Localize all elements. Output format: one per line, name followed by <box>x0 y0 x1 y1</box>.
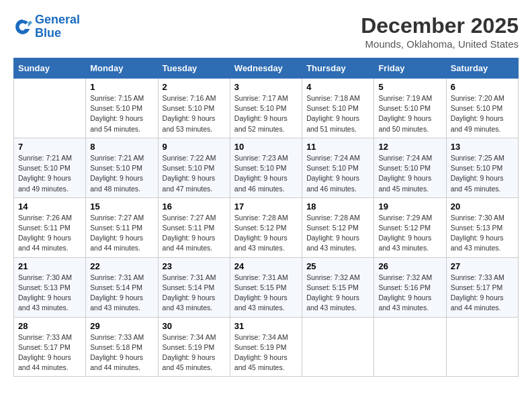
day-info: Sunrise: 7:20 AM Sunset: 5:10 PM Dayligh… <box>451 93 514 134</box>
day-number: 16 <box>163 201 226 212</box>
day-number: 23 <box>163 261 226 271</box>
day-info: Sunrise: 7:30 AM Sunset: 5:13 PM Dayligh… <box>451 213 514 254</box>
day-info: Sunrise: 7:22 AM Sunset: 5:10 PM Dayligh… <box>163 153 226 194</box>
calendar-cell: 16Sunrise: 7:27 AM Sunset: 5:11 PM Dayli… <box>158 197 230 257</box>
day-info: Sunrise: 7:27 AM Sunset: 5:11 PM Dayligh… <box>90 213 153 254</box>
day-info: Sunrise: 7:34 AM Sunset: 5:19 PM Dayligh… <box>163 332 226 373</box>
calendar-cell: 13Sunrise: 7:25 AM Sunset: 5:10 PM Dayli… <box>446 138 518 197</box>
day-number: 29 <box>90 321 153 331</box>
day-number: 25 <box>306 261 369 271</box>
day-number: 27 <box>451 261 514 271</box>
day-number: 28 <box>18 321 81 331</box>
calendar-cell: 26Sunrise: 7:32 AM Sunset: 5:16 PM Dayli… <box>374 257 446 317</box>
day-number: 30 <box>163 321 226 331</box>
day-number: 9 <box>163 142 226 152</box>
calendar-table: SundayMondayTuesdayWednesdayThursdayFrid… <box>13 58 519 377</box>
day-number: 18 <box>306 201 369 212</box>
day-number: 4 <box>306 82 369 92</box>
calendar-body: 1Sunrise: 7:15 AM Sunset: 5:10 PM Daylig… <box>14 79 519 377</box>
header-day-thursday: Thursday <box>302 58 374 79</box>
week-row-4: 21Sunrise: 7:30 AM Sunset: 5:13 PM Dayli… <box>14 257 519 317</box>
calendar-cell: 27Sunrise: 7:33 AM Sunset: 5:17 PM Dayli… <box>446 257 518 317</box>
calendar-cell: 3Sunrise: 7:17 AM Sunset: 5:10 PM Daylig… <box>230 79 302 138</box>
day-number: 8 <box>90 142 153 152</box>
day-number: 11 <box>306 142 369 152</box>
logo: General Blue <box>13 13 80 40</box>
day-info: Sunrise: 7:25 AM Sunset: 5:10 PM Dayligh… <box>451 153 514 194</box>
day-number: 24 <box>234 261 298 271</box>
logo-icon <box>13 17 32 36</box>
calendar-cell: 24Sunrise: 7:31 AM Sunset: 5:15 PM Dayli… <box>230 257 302 317</box>
day-number: 10 <box>234 142 298 152</box>
day-number: 26 <box>378 261 441 271</box>
calendar-cell: 19Sunrise: 7:29 AM Sunset: 5:12 PM Dayli… <box>374 197 446 257</box>
day-info: Sunrise: 7:28 AM Sunset: 5:12 PM Dayligh… <box>234 213 298 254</box>
header-day-monday: Monday <box>86 58 158 79</box>
day-info: Sunrise: 7:26 AM Sunset: 5:11 PM Dayligh… <box>18 213 81 254</box>
calendar-cell: 12Sunrise: 7:24 AM Sunset: 5:10 PM Dayli… <box>374 138 446 197</box>
header-day-sunday: Sunday <box>14 58 86 79</box>
day-number: 1 <box>90 82 153 92</box>
header-day-saturday: Saturday <box>446 58 518 79</box>
calendar-cell: 18Sunrise: 7:28 AM Sunset: 5:12 PM Dayli… <box>302 197 374 257</box>
calendar-cell: 7Sunrise: 7:21 AM Sunset: 5:10 PM Daylig… <box>14 138 86 197</box>
calendar-cell <box>302 317 374 377</box>
week-row-2: 7Sunrise: 7:21 AM Sunset: 5:10 PM Daylig… <box>14 138 519 197</box>
day-number: 2 <box>163 82 226 92</box>
day-info: Sunrise: 7:24 AM Sunset: 5:10 PM Dayligh… <box>378 153 441 194</box>
day-number: 12 <box>378 142 441 152</box>
title-block: December 2025 Mounds, Oklahoma, United S… <box>361 13 519 50</box>
day-number: 15 <box>90 201 153 212</box>
day-number: 17 <box>234 201 298 212</box>
calendar-cell: 8Sunrise: 7:21 AM Sunset: 5:10 PM Daylig… <box>86 138 158 197</box>
page-header: General Blue December 2025 Mounds, Oklah… <box>13 13 519 50</box>
calendar-cell: 21Sunrise: 7:30 AM Sunset: 5:13 PM Dayli… <box>14 257 86 317</box>
calendar-cell: 17Sunrise: 7:28 AM Sunset: 5:12 PM Dayli… <box>230 197 302 257</box>
calendar-cell: 11Sunrise: 7:24 AM Sunset: 5:10 PM Dayli… <box>302 138 374 197</box>
day-info: Sunrise: 7:24 AM Sunset: 5:10 PM Dayligh… <box>306 153 369 194</box>
day-info: Sunrise: 7:31 AM Sunset: 5:14 PM Dayligh… <box>90 273 153 314</box>
day-info: Sunrise: 7:32 AM Sunset: 5:16 PM Dayligh… <box>378 273 441 314</box>
day-number: 3 <box>234 82 298 92</box>
calendar-cell <box>14 79 86 138</box>
day-info: Sunrise: 7:34 AM Sunset: 5:19 PM Dayligh… <box>234 332 298 373</box>
logo-line1: General <box>35 13 80 26</box>
day-info: Sunrise: 7:28 AM Sunset: 5:12 PM Dayligh… <box>306 213 369 254</box>
day-info: Sunrise: 7:15 AM Sunset: 5:10 PM Dayligh… <box>90 93 153 134</box>
day-info: Sunrise: 7:31 AM Sunset: 5:14 PM Dayligh… <box>163 273 226 314</box>
day-info: Sunrise: 7:16 AM Sunset: 5:10 PM Dayligh… <box>163 93 226 134</box>
calendar-cell: 2Sunrise: 7:16 AM Sunset: 5:10 PM Daylig… <box>158 79 230 138</box>
header-day-tuesday: Tuesday <box>158 58 230 79</box>
day-number: 13 <box>451 142 514 152</box>
day-info: Sunrise: 7:27 AM Sunset: 5:11 PM Dayligh… <box>163 213 226 254</box>
calendar-title: December 2025 <box>361 13 519 38</box>
day-number: 31 <box>234 321 298 331</box>
day-info: Sunrise: 7:17 AM Sunset: 5:10 PM Dayligh… <box>234 93 298 134</box>
calendar-cell: 1Sunrise: 7:15 AM Sunset: 5:10 PM Daylig… <box>86 79 158 138</box>
calendar-cell: 4Sunrise: 7:18 AM Sunset: 5:10 PM Daylig… <box>302 79 374 138</box>
day-info: Sunrise: 7:23 AM Sunset: 5:10 PM Dayligh… <box>234 153 298 194</box>
day-number: 22 <box>90 261 153 271</box>
calendar-cell: 30Sunrise: 7:34 AM Sunset: 5:19 PM Dayli… <box>158 317 230 377</box>
calendar-cell: 20Sunrise: 7:30 AM Sunset: 5:13 PM Dayli… <box>446 197 518 257</box>
logo-line2: Blue <box>35 26 61 40</box>
week-row-1: 1Sunrise: 7:15 AM Sunset: 5:10 PM Daylig… <box>14 79 519 138</box>
calendar-cell: 15Sunrise: 7:27 AM Sunset: 5:11 PM Dayli… <box>86 197 158 257</box>
header-day-wednesday: Wednesday <box>230 58 302 79</box>
day-info: Sunrise: 7:29 AM Sunset: 5:12 PM Dayligh… <box>378 213 441 254</box>
calendar-cell: 5Sunrise: 7:19 AM Sunset: 5:10 PM Daylig… <box>374 79 446 138</box>
calendar-cell <box>446 317 518 377</box>
day-number: 19 <box>378 201 441 212</box>
header-day-friday: Friday <box>374 58 446 79</box>
calendar-cell: 10Sunrise: 7:23 AM Sunset: 5:10 PM Dayli… <box>230 138 302 197</box>
calendar-cell: 29Sunrise: 7:33 AM Sunset: 5:18 PM Dayli… <box>86 317 158 377</box>
day-info: Sunrise: 7:33 AM Sunset: 5:17 PM Dayligh… <box>451 273 514 314</box>
week-row-5: 28Sunrise: 7:33 AM Sunset: 5:17 PM Dayli… <box>14 317 519 377</box>
calendar-cell: 6Sunrise: 7:20 AM Sunset: 5:10 PM Daylig… <box>446 79 518 138</box>
day-number: 21 <box>18 261 81 271</box>
calendar-cell: 9Sunrise: 7:22 AM Sunset: 5:10 PM Daylig… <box>158 138 230 197</box>
logo-text: General Blue <box>35 13 80 40</box>
day-info: Sunrise: 7:19 AM Sunset: 5:10 PM Dayligh… <box>378 93 441 134</box>
calendar-subtitle: Mounds, Oklahoma, United States <box>361 38 519 50</box>
day-info: Sunrise: 7:31 AM Sunset: 5:15 PM Dayligh… <box>234 273 298 314</box>
